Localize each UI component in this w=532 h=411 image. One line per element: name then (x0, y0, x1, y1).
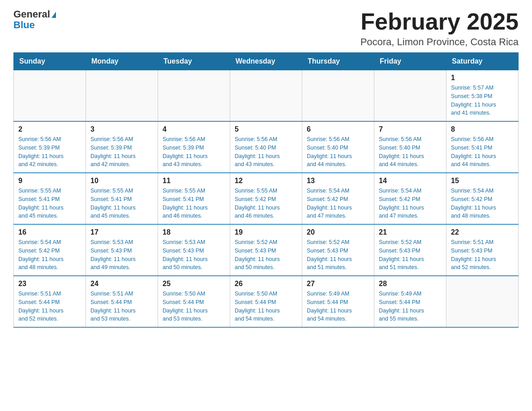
calendar-table: SundayMondayTuesdayWednesdayThursdayFrid… (13, 52, 519, 328)
day-number: 14 (379, 177, 442, 185)
calendar-day-cell: 20Sunrise: 5:52 AMSunset: 5:43 PMDayligh… (302, 224, 374, 276)
calendar-day-cell: 25Sunrise: 5:50 AMSunset: 5:44 PMDayligh… (158, 276, 230, 327)
calendar-day-cell: 21Sunrise: 5:52 AMSunset: 5:43 PMDayligh… (374, 224, 446, 276)
day-number: 8 (451, 125, 514, 133)
day-of-week-header: Wednesday (230, 53, 302, 70)
calendar-day-cell: 9Sunrise: 5:55 AMSunset: 5:41 PMDaylight… (14, 173, 86, 224)
calendar-title: February 2025 (360, 9, 519, 34)
calendar-day-cell: 1Sunrise: 5:57 AMSunset: 5:38 PMDaylight… (446, 70, 519, 122)
calendar-day-cell: 24Sunrise: 5:51 AMSunset: 5:44 PMDayligh… (86, 276, 158, 327)
calendar-day-cell: 15Sunrise: 5:54 AMSunset: 5:42 PMDayligh… (446, 173, 519, 224)
calendar-day-cell (230, 70, 302, 122)
day-number: 24 (90, 280, 153, 288)
calendar-week-row: 23Sunrise: 5:51 AMSunset: 5:44 PMDayligh… (14, 276, 519, 327)
sun-info: Sunrise: 5:54 AMSunset: 5:42 PMDaylight:… (379, 187, 442, 220)
day-number: 5 (235, 125, 297, 133)
calendar-day-cell: 14Sunrise: 5:54 AMSunset: 5:42 PMDayligh… (374, 173, 446, 224)
sun-info: Sunrise: 5:49 AMSunset: 5:44 PMDaylight:… (307, 290, 369, 323)
sun-info: Sunrise: 5:51 AMSunset: 5:44 PMDaylight:… (90, 290, 153, 323)
sun-info: Sunrise: 5:53 AMSunset: 5:43 PMDaylight:… (163, 238, 225, 272)
day-number: 19 (235, 228, 297, 236)
day-number: 22 (451, 228, 514, 236)
title-block: February 2025 Pocora, Limon Province, Co… (360, 9, 519, 48)
day-number: 9 (18, 177, 81, 185)
sun-info: Sunrise: 5:55 AMSunset: 5:41 PMDaylight:… (163, 187, 225, 220)
sun-info: Sunrise: 5:55 AMSunset: 5:42 PMDaylight:… (235, 187, 297, 220)
day-of-week-header: Friday (374, 53, 446, 70)
calendar-subtitle: Pocora, Limon Province, Costa Rica (360, 36, 519, 48)
page-header: General Blue February 2025 Pocora, Limon… (13, 9, 519, 48)
calendar-header: SundayMondayTuesdayWednesdayThursdayFrid… (14, 53, 519, 70)
calendar-day-cell (158, 70, 230, 122)
day-of-week-header: Saturday (446, 53, 519, 70)
day-number: 20 (307, 228, 369, 236)
calendar-day-cell: 12Sunrise: 5:55 AMSunset: 5:42 PMDayligh… (230, 173, 302, 224)
calendar-day-cell: 23Sunrise: 5:51 AMSunset: 5:44 PMDayligh… (14, 276, 86, 327)
calendar-day-cell: 19Sunrise: 5:52 AMSunset: 5:43 PMDayligh… (230, 224, 302, 276)
day-number: 23 (18, 280, 81, 288)
sun-info: Sunrise: 5:56 AMSunset: 5:39 PMDaylight:… (90, 135, 153, 169)
calendar-day-cell: 11Sunrise: 5:55 AMSunset: 5:41 PMDayligh… (158, 173, 230, 224)
calendar-day-cell (446, 276, 519, 327)
calendar-day-cell (374, 70, 446, 122)
sun-info: Sunrise: 5:51 AMSunset: 5:44 PMDaylight:… (18, 290, 81, 323)
sun-info: Sunrise: 5:56 AMSunset: 5:40 PMDaylight:… (307, 135, 369, 169)
sun-info: Sunrise: 5:49 AMSunset: 5:44 PMDaylight:… (379, 290, 442, 323)
calendar-day-cell: 18Sunrise: 5:53 AMSunset: 5:43 PMDayligh… (158, 224, 230, 276)
logo-general-text: General (13, 9, 50, 20)
sun-info: Sunrise: 5:56 AMSunset: 5:39 PMDaylight:… (18, 135, 81, 169)
day-number: 28 (379, 280, 442, 288)
calendar-day-cell (302, 70, 374, 122)
sun-info: Sunrise: 5:56 AMSunset: 5:40 PMDaylight:… (235, 135, 297, 169)
sun-info: Sunrise: 5:52 AMSunset: 5:43 PMDaylight:… (379, 238, 442, 272)
days-of-week-row: SundayMondayTuesdayWednesdayThursdayFrid… (14, 53, 519, 70)
day-number: 6 (307, 125, 369, 133)
calendar-day-cell: 2Sunrise: 5:56 AMSunset: 5:39 PMDaylight… (14, 121, 86, 173)
calendar-day-cell: 13Sunrise: 5:54 AMSunset: 5:42 PMDayligh… (302, 173, 374, 224)
day-number: 18 (163, 228, 225, 236)
day-number: 17 (90, 228, 153, 236)
calendar-day-cell: 7Sunrise: 5:56 AMSunset: 5:40 PMDaylight… (374, 121, 446, 173)
day-number: 1 (451, 74, 514, 82)
day-number: 21 (379, 228, 442, 236)
day-number: 3 (90, 125, 153, 133)
sun-info: Sunrise: 5:54 AMSunset: 5:42 PMDaylight:… (451, 187, 514, 220)
sun-info: Sunrise: 5:50 AMSunset: 5:44 PMDaylight:… (235, 290, 297, 323)
calendar-day-cell: 26Sunrise: 5:50 AMSunset: 5:44 PMDayligh… (230, 276, 302, 327)
sun-info: Sunrise: 5:50 AMSunset: 5:44 PMDaylight:… (163, 290, 225, 323)
sun-info: Sunrise: 5:56 AMSunset: 5:41 PMDaylight:… (451, 135, 514, 169)
calendar-day-cell: 8Sunrise: 5:56 AMSunset: 5:41 PMDaylight… (446, 121, 519, 173)
day-number: 2 (18, 125, 81, 133)
calendar-day-cell: 27Sunrise: 5:49 AMSunset: 5:44 PMDayligh… (302, 276, 374, 327)
calendar-week-row: 1Sunrise: 5:57 AMSunset: 5:38 PMDaylight… (14, 70, 519, 122)
calendar-day-cell (14, 70, 86, 122)
calendar-day-cell (86, 70, 158, 122)
day-number: 4 (163, 125, 225, 133)
day-number: 27 (307, 280, 369, 288)
calendar-day-cell: 10Sunrise: 5:55 AMSunset: 5:41 PMDayligh… (86, 173, 158, 224)
sun-info: Sunrise: 5:55 AMSunset: 5:41 PMDaylight:… (90, 187, 153, 220)
sun-info: Sunrise: 5:55 AMSunset: 5:41 PMDaylight:… (18, 187, 81, 220)
day-number: 12 (235, 177, 297, 185)
sun-info: Sunrise: 5:54 AMSunset: 5:42 PMDaylight:… (307, 187, 369, 220)
logo: General Blue (13, 9, 56, 30)
sun-info: Sunrise: 5:51 AMSunset: 5:43 PMDaylight:… (451, 238, 514, 272)
calendar-week-row: 9Sunrise: 5:55 AMSunset: 5:41 PMDaylight… (14, 173, 519, 224)
calendar-week-row: 2Sunrise: 5:56 AMSunset: 5:39 PMDaylight… (14, 121, 519, 173)
calendar-body: 1Sunrise: 5:57 AMSunset: 5:38 PMDaylight… (14, 70, 519, 328)
day-of-week-header: Monday (86, 53, 158, 70)
calendar-day-cell: 22Sunrise: 5:51 AMSunset: 5:43 PMDayligh… (446, 224, 519, 276)
day-number: 16 (18, 228, 81, 236)
sun-info: Sunrise: 5:52 AMSunset: 5:43 PMDaylight:… (307, 238, 369, 272)
day-number: 11 (163, 177, 225, 185)
sun-info: Sunrise: 5:53 AMSunset: 5:43 PMDaylight:… (90, 238, 153, 272)
day-of-week-header: Thursday (302, 53, 374, 70)
calendar-day-cell: 4Sunrise: 5:56 AMSunset: 5:39 PMDaylight… (158, 121, 230, 173)
day-number: 25 (163, 280, 225, 288)
calendar-day-cell: 3Sunrise: 5:56 AMSunset: 5:39 PMDaylight… (86, 121, 158, 173)
logo-triangle-icon (51, 12, 56, 18)
sun-info: Sunrise: 5:57 AMSunset: 5:38 PMDaylight:… (451, 84, 514, 117)
day-of-week-header: Tuesday (158, 53, 230, 70)
day-number: 10 (90, 177, 153, 185)
calendar-day-cell: 16Sunrise: 5:54 AMSunset: 5:42 PMDayligh… (14, 224, 86, 276)
